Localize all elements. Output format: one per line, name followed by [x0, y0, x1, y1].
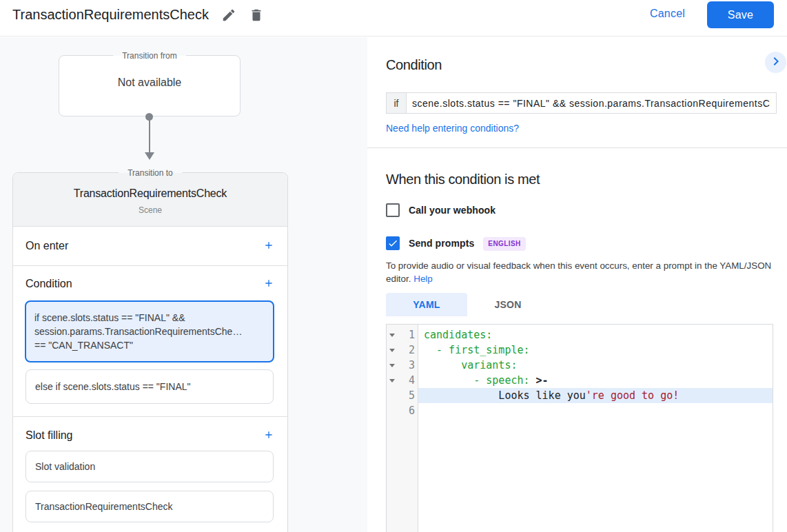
- page-title: TransactionRequirementsCheck: [12, 7, 209, 23]
- condition-help-link[interactable]: Need help entering conditions?: [386, 123, 519, 133]
- scene-diagram-panel: Transition from Not available Transition…: [0, 37, 367, 532]
- section-condition: Condition if scene.slots.status == "FINA…: [13, 265, 287, 416]
- prompt-description-text: To provide audio or visual feedback when…: [386, 260, 771, 284]
- code-token: - first_simple:: [424, 344, 530, 356]
- condition-label: Condition: [25, 278, 72, 290]
- condition-line: if scene.slots.status == "FINAL" &&: [34, 311, 265, 325]
- condition-detail-panel: Condition if Need help entering conditio…: [367, 37, 787, 532]
- transition-to-card: Transition to TransactionRequirementsChe…: [12, 172, 288, 532]
- if-label: if: [386, 92, 406, 114]
- tab-json[interactable]: JSON: [467, 293, 549, 316]
- transition-to-label: Transition to: [119, 166, 182, 180]
- webhook-checkbox[interactable]: [386, 203, 400, 217]
- gutter-row: 1: [387, 327, 418, 342]
- slot-filling-label: Slot filling: [25, 429, 72, 442]
- editor-code[interactable]: candidates: - first_simple: variants: - …: [418, 325, 773, 532]
- cancel-button[interactable]: Cancel: [650, 8, 685, 20]
- fold-arrow-icon[interactable]: [387, 349, 398, 352]
- code-token: variants:: [424, 359, 517, 371]
- transition-from-box: Transition from Not available: [59, 55, 241, 116]
- code-token: Looks like you: [424, 389, 586, 402]
- code-token: >-: [536, 374, 549, 387]
- on-enter-label: On enter: [25, 240, 68, 252]
- slot-card-trc[interactable]: TransactionRequirementsCheck: [25, 491, 274, 522]
- tab-yaml[interactable]: YAML: [386, 293, 467, 316]
- condition-heading: Condition: [386, 55, 773, 74]
- add-slot-button[interactable]: [260, 427, 277, 444]
- code-editor[interactable]: 123456 candidates: - first_simple: varia…: [386, 324, 773, 532]
- line-number: 1: [398, 327, 418, 342]
- condition-line: == "CAN_TRANSACT": [34, 338, 265, 352]
- fold-arrow-icon[interactable]: [387, 364, 398, 367]
- when-met-heading: When this condition is met: [386, 170, 773, 189]
- line-number: 5: [398, 388, 418, 403]
- plus-icon: [263, 429, 274, 442]
- line-number: 6: [398, 403, 418, 418]
- send-prompts-label: Send prompts: [409, 238, 474, 249]
- flow-arrowhead-icon: [145, 152, 154, 160]
- scene-card-header: TransactionRequirementsCheck Scene: [13, 173, 287, 227]
- condition-expression-row: if: [386, 92, 777, 114]
- condition-line: else if scene.slots.status == "FINAL": [35, 380, 264, 393]
- send-prompts-row: Send prompts ENGLISH: [386, 236, 773, 250]
- help-link[interactable]: Help: [413, 274, 433, 284]
- line-number: 4: [398, 373, 418, 388]
- trash-icon: [249, 8, 264, 23]
- checkmark-icon: [387, 238, 398, 249]
- webhook-label: Call your webhook: [409, 205, 495, 216]
- code-line-4[interactable]: - speech: >-: [418, 373, 773, 388]
- plus-icon: [263, 278, 274, 291]
- scene-card-title: TransactionRequirementsCheck: [13, 185, 287, 202]
- code-token: - speech:: [424, 374, 536, 387]
- section-divider: [367, 147, 787, 148]
- webhook-row: Call your webhook: [386, 203, 773, 217]
- code-token: candidates:: [424, 329, 492, 341]
- plus-icon: [263, 240, 274, 253]
- condition-line: session.params.TransactionRequirementsCh…: [34, 325, 265, 338]
- code-line-6[interactable]: [418, 403, 773, 418]
- fold-arrow-icon[interactable]: [387, 379, 398, 382]
- code-token: 're good to go!: [586, 389, 679, 402]
- editor-tabs: YAML JSON: [386, 293, 773, 316]
- code-line-1[interactable]: candidates:: [418, 327, 773, 342]
- send-prompts-checkbox[interactable]: [386, 236, 400, 250]
- transition-from-value: Not available: [59, 76, 240, 89]
- chevron-right-icon: [768, 53, 784, 72]
- condition-card-else[interactable]: else if scene.slots.status == "FINAL": [25, 369, 274, 404]
- slot-card-validation[interactable]: Slot validation: [25, 451, 274, 482]
- editor-gutter: 123456: [387, 325, 418, 532]
- condition-card-selected[interactable]: if scene.slots.status == "FINAL" && sess…: [25, 300, 274, 362]
- code-line-2[interactable]: - first_simple:: [418, 342, 773, 358]
- line-number: 3: [398, 358, 418, 373]
- gutter-row: 3: [387, 358, 418, 373]
- condition-expression-input[interactable]: [406, 92, 777, 114]
- delete-button[interactable]: [249, 8, 264, 23]
- scene-card-subtitle: Scene: [13, 205, 287, 216]
- language-badge: ENGLISH: [483, 237, 525, 251]
- add-on-enter-button[interactable]: [260, 238, 277, 254]
- flow-connector-line: [149, 119, 150, 153]
- code-line-3[interactable]: variants:: [418, 358, 773, 373]
- edit-button[interactable]: [221, 8, 236, 23]
- gutter-row: 4: [387, 373, 418, 388]
- collapse-panel-button[interactable]: [765, 52, 786, 73]
- add-condition-button[interactable]: [260, 276, 277, 292]
- code-line-5[interactable]: Looks like you're good to go!: [418, 388, 773, 403]
- page: TransactionRequirementsCheck Cancel Save…: [0, 0, 787, 532]
- prompt-description: To provide audio or visual feedback when…: [386, 259, 773, 285]
- gutter-row: 6: [387, 403, 418, 418]
- save-button[interactable]: Save: [707, 1, 774, 28]
- gutter-row: 5: [387, 388, 418, 403]
- line-number: 2: [398, 342, 418, 358]
- transition-from-label: Transition from: [113, 49, 186, 63]
- fold-arrow-icon[interactable]: [387, 334, 398, 337]
- section-on-enter: On enter: [13, 227, 287, 265]
- section-slot-filling: Slot filling Slot validation Transaction…: [13, 416, 287, 532]
- top-bar: TransactionRequirementsCheck Cancel Save: [0, 0, 787, 37]
- gutter-row: 2: [387, 342, 418, 358]
- pencil-icon: [221, 8, 236, 23]
